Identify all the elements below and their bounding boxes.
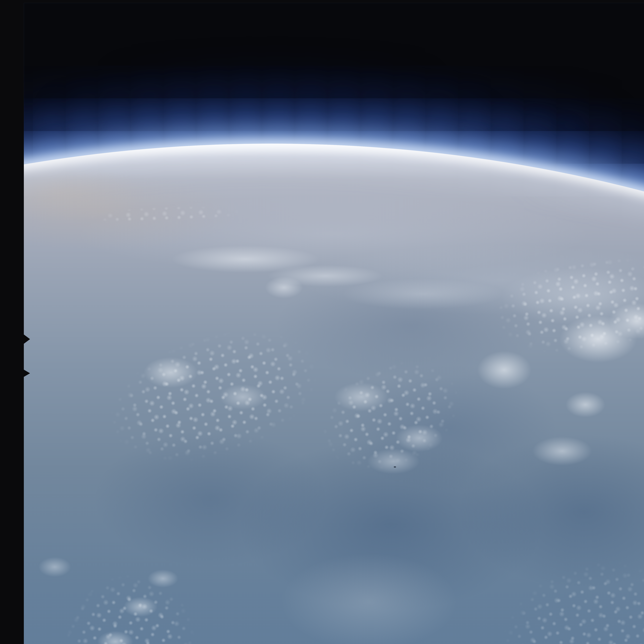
film-border: 970703 121325 STS94 710 046 [0,0,644,644]
dark-speck [394,466,396,468]
earth-photo [24,3,644,644]
